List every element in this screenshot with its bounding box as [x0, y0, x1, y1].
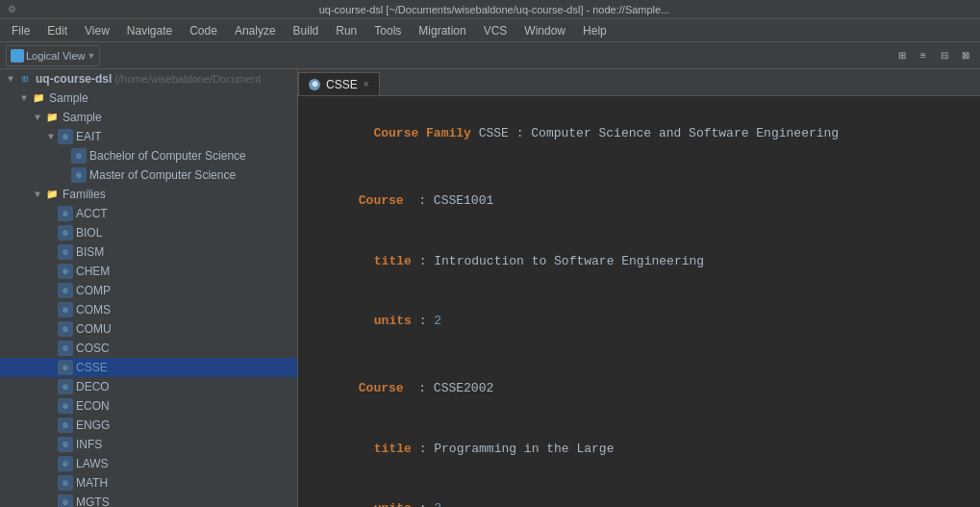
sidebar-item-biol[interactable]: ▷ ⊕ BIOL — [0, 223, 297, 242]
sidebar-label: EAIT — [76, 130, 102, 143]
model-icon: ⊕ — [58, 264, 73, 279]
folder-icon: 📁 — [31, 90, 46, 106]
title-bar: ⚙ uq-course-dsl [~/Documents/wisebaldone… — [0, 0, 980, 19]
sidebar-label: COMU — [76, 322, 112, 336]
sidebar-item-econ[interactable]: ▷ ⊕ ECON — [0, 396, 297, 416]
sidebar-label: CSSE — [76, 361, 108, 374]
model-icon: ⊕ — [58, 129, 73, 144]
sidebar-item-math[interactable]: ▷ ⊕ MATH — [0, 473, 297, 493]
folder-icon: 📁 — [44, 110, 60, 125]
sidebar-label: ENGG — [76, 418, 110, 432]
sidebar-item-infs[interactable]: ▷ ⊕ INFS — [0, 435, 297, 454]
sidebar-item-mgts[interactable]: ▷ ⊕ MGTS — [0, 493, 297, 507]
menu-view[interactable]: View — [77, 22, 117, 39]
keyword-title: title — [374, 254, 412, 268]
menu-build[interactable]: Build — [286, 22, 327, 39]
menu-bar: File Edit View Navigate Code Analyze Bui… — [0, 19, 980, 42]
code-course-family: Course Family CSSE : Computer Science an… — [314, 104, 965, 164]
sidebar-label: BIOL — [76, 226, 102, 240]
title-value: Introduction to Software Engineering — [434, 254, 704, 268]
sidebar-item-eait[interactable]: ▼ ⊕ EAIT — [0, 127, 297, 146]
tab-icon: ⊕ — [309, 79, 320, 90]
menu-tools[interactable]: Tools — [366, 22, 409, 39]
sidebar-label: LAWS — [76, 457, 109, 470]
sidebar-label: MATH — [76, 476, 108, 490]
sidebar-item-bachelor[interactable]: ▷ ⊕ Bachelor of Computer Science — [0, 146, 297, 165]
toolbar-btn-4[interactable]: ⊠ — [957, 47, 974, 64]
family-name: CSSE — [479, 126, 509, 140]
menu-analyze[interactable]: Analyze — [227, 22, 284, 39]
sidebar-item-laws[interactable]: ▷ ⊕ LAWS — [0, 454, 297, 473]
course-units-line: units : 2 — [314, 292, 965, 351]
family-list: ▷ ⊕ ACCT ▷ ⊕ BIOL ▷ ⊕ BISM ▷ ⊕ CHEM ▷ ⊕ … — [0, 204, 297, 507]
sidebar-item-cosc[interactable]: ▷ ⊕ COSC — [0, 339, 297, 358]
sidebar-item-csse[interactable]: ▷ ⊕ CSSE — [0, 358, 297, 377]
editor-content[interactable]: Course Family CSSE : Computer Science an… — [298, 96, 980, 507]
sidebar-label: ECON — [76, 399, 110, 413]
menu-navigate[interactable]: Navigate — [119, 22, 180, 39]
sidebar-label: CHEM — [76, 265, 110, 278]
courses-container: Course : CSSE1001 title : Introduction t… — [314, 171, 965, 507]
menu-code[interactable]: Code — [182, 22, 225, 39]
sidebar-label: COSC — [76, 342, 110, 355]
expand-arrow: ▼ — [31, 113, 44, 123]
menu-window[interactable]: Window — [516, 22, 573, 39]
units-value: 2 — [434, 501, 441, 507]
course-block-csse2002: Course : CSSE2002 title : Programming in… — [314, 360, 965, 507]
menu-migration[interactable]: Migration — [411, 22, 473, 39]
model-icon: ⊕ — [58, 244, 73, 260]
sidebar-item-sample-parent[interactable]: ▼ 📁 Sample — [0, 89, 297, 108]
family-desc: Computer Science and Software Engineerin… — [531, 126, 839, 140]
project-path: (/home/wisebaldone/Document — [112, 73, 261, 85]
sidebar-label: COMS — [76, 303, 111, 317]
sidebar-label: BISM — [76, 245, 104, 259]
toolbar-btn-1[interactable]: ⊞ — [893, 47, 911, 64]
expand-arrow: ▼ — [4, 74, 17, 85]
sidebar-item-bism[interactable]: ▷ ⊕ BISM — [0, 242, 297, 262]
expand-arrow: ▼ — [31, 190, 44, 200]
sidebar-item-master[interactable]: ▷ ⊕ Master of Computer Science — [0, 165, 297, 185]
course-code: CSSE2002 — [434, 381, 493, 395]
title-value: Programming in the Large — [434, 442, 614, 456]
tab-bar: ⊕ CSSE × — [298, 69, 980, 96]
toolbar: Logical View ▼ ⊞ ≡ ⊟ ⊠ — [0, 42, 980, 69]
sidebar-item-coms[interactable]: ▷ ⊕ COMS — [0, 300, 297, 319]
tab-close-btn[interactable]: × — [364, 79, 369, 89]
tab-csse[interactable]: ⊕ CSSE × — [298, 72, 380, 95]
toolbar-btn-2[interactable]: ≡ — [915, 47, 932, 64]
course-code-line: Course : CSSE2002 — [314, 360, 965, 419]
model-icon: ⊕ — [58, 418, 73, 433]
sidebar-item-sample-child[interactable]: ▼ 📁 Sample — [0, 108, 297, 127]
sidebar-item-deco[interactable]: ▷ ⊕ DECO — [0, 377, 297, 396]
course-code-line: Course : CSSE1001 — [314, 171, 965, 231]
menu-edit[interactable]: Edit — [39, 22, 75, 39]
expand-arrow: ▼ — [17, 93, 31, 104]
course-title-line: title : Programming in the Large — [314, 419, 965, 479]
menu-help[interactable]: Help — [575, 22, 615, 39]
view-selector[interactable]: Logical View ▼ — [6, 45, 100, 66]
toolbar-btn-3[interactable]: ⊟ — [936, 47, 953, 64]
course-code: CSSE1001 — [434, 193, 493, 208]
sidebar-label: INFS — [76, 438, 102, 451]
sidebar-item-comp[interactable]: ▷ ⊕ COMP — [0, 281, 297, 300]
sidebar-label: Sample — [63, 111, 102, 124]
keyword-units: units — [374, 501, 412, 507]
sidebar-item-acct[interactable]: ▷ ⊕ ACCT — [0, 204, 297, 223]
model-icon: ⊕ — [58, 321, 73, 337]
project-name: uq-course-dsl — [36, 72, 112, 86]
sidebar-label: Master of Computer Science — [89, 168, 236, 182]
menu-file[interactable]: File — [4, 22, 38, 39]
sidebar: ▼ ⊞ uq-course-dsl (/home/wisebaldone/Doc… — [0, 69, 298, 507]
sidebar-item-families[interactable]: ▼ 📁 Families — [0, 185, 297, 204]
sidebar-item-engg[interactable]: ▷ ⊕ ENGG — [0, 416, 297, 435]
model-icon: ⊕ — [58, 283, 73, 298]
sidebar-label: COMP — [76, 284, 111, 297]
menu-vcs[interactable]: VCS — [476, 22, 515, 39]
sidebar-label: DECO — [76, 380, 110, 393]
model-icon: ⊕ — [71, 148, 87, 164]
sidebar-item-comu[interactable]: ▷ ⊕ COMU — [0, 319, 297, 339]
sidebar-item-chem[interactable]: ▷ ⊕ CHEM — [0, 262, 297, 281]
menu-run[interactable]: Run — [328, 22, 364, 39]
sidebar-label: MGTS — [76, 495, 110, 507]
project-root[interactable]: ▼ ⊞ uq-course-dsl (/home/wisebaldone/Doc… — [0, 69, 297, 89]
